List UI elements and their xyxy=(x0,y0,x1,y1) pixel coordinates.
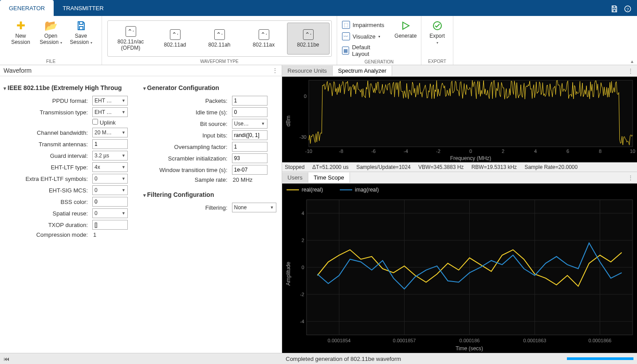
wifi-icon: ⌃· xyxy=(214,29,225,40)
wifi-icon: ⌃· xyxy=(259,29,269,40)
tab-time-scope[interactable]: Time Scope xyxy=(308,172,350,183)
wtype-80211be[interactable]: ⌃·802.11be xyxy=(287,23,330,55)
bss-color-input[interactable] xyxy=(92,197,128,207)
eht-ltf-select[interactable]: 4x▼ xyxy=(92,162,128,172)
impairments-button[interactable]: ⬚Impairments xyxy=(339,20,389,30)
ribbon-collapse-icon[interactable]: ▲ xyxy=(630,59,634,64)
svg-text:-6: -6 xyxy=(371,149,376,154)
sample-rate-value: 20 MHz xyxy=(232,176,253,183)
uplink-checkbox[interactable] xyxy=(92,119,98,125)
panel-menu-icon[interactable]: ⋮ xyxy=(272,67,278,74)
svg-text:0.0001863: 0.0001863 xyxy=(523,338,547,343)
tx-antennas-input[interactable] xyxy=(92,139,128,149)
tx-antennas-label: Transmit antennas: xyxy=(4,141,92,148)
transmission-type-select[interactable]: EHT …▼ xyxy=(92,107,128,117)
guard-label: Guard interval: xyxy=(4,153,92,159)
spectrum-status: Stopped ΔT=51.2000 us Samples/Update=102… xyxy=(282,162,637,172)
export-group-label: EXPORT xyxy=(428,58,446,65)
waveform-type-list: ⌃·802.11n/ac (OFDM)⌃·802.11ad⌃·802.11ah⌃… xyxy=(107,20,332,57)
ppdu-format-select[interactable]: EHT …▼ xyxy=(92,96,128,106)
visualize-icon: 〰 xyxy=(342,32,350,40)
txop-input[interactable] xyxy=(92,220,128,230)
svg-text:Amplitude: Amplitude xyxy=(285,262,291,286)
status-message: Completed generation of 802.11be wavefor… xyxy=(286,356,401,362)
bottom-chart-menu-icon[interactable]: ⋮ xyxy=(624,174,637,181)
idle-input[interactable] xyxy=(232,107,267,117)
sig-mcs-label: EHT-SIG MCS: xyxy=(4,187,92,194)
svg-text:0: 0 xyxy=(469,149,472,154)
filtering-select[interactable]: None▼ xyxy=(232,203,276,212)
save-icon[interactable] xyxy=(609,3,620,16)
wtype-80211ah[interactable]: ⌃·802.11ah xyxy=(198,23,241,55)
channel-bw-label: Channel bandwidth: xyxy=(4,129,92,136)
inputbits-label: Input bits: xyxy=(143,132,232,139)
svg-text:4: 4 xyxy=(534,149,537,154)
sample-rate-label: Sample rate: xyxy=(143,176,232,183)
wifi-icon: ⌃· xyxy=(170,29,181,40)
new-session-button[interactable]: ✚ New Session xyxy=(8,18,34,47)
tab-resource-units[interactable]: Resource Units xyxy=(282,66,333,76)
ieee-section: IEEE 802.11be (Extremely High Throug PPD… xyxy=(4,84,139,345)
default-layout-button[interactable]: ▦Default Layout xyxy=(339,43,389,59)
filtering-label: Filtering: xyxy=(143,204,232,211)
compression-label: Compression mode: xyxy=(4,231,92,238)
time-scope-chart: real(real) imag(real) Amplitude 0.000185… xyxy=(282,184,637,353)
waveform-panel-title: Waveform xyxy=(4,67,31,74)
packets-input[interactable] xyxy=(232,96,267,106)
tab-spectrum-analyzer[interactable]: Spectrum Analyzer xyxy=(333,66,392,76)
inputbits-input[interactable] xyxy=(232,130,267,140)
open-session-button[interactable]: 📂 Open Session ▾ xyxy=(38,18,64,48)
channel-bw-select[interactable]: 20 M…▼ xyxy=(92,128,128,137)
oversampling-label: Oversampling factor: xyxy=(143,144,232,150)
svg-text:imag(real): imag(real) xyxy=(355,187,379,193)
top-tabbar: GENERATOR TRANSMITTER ? xyxy=(0,0,637,16)
oversampling-input[interactable] xyxy=(232,142,267,152)
generator-config-title[interactable]: Generator Configuration xyxy=(143,84,279,91)
ppdu-format-label: PPDU format: xyxy=(4,98,92,104)
svg-text:real(real): real(real) xyxy=(302,187,323,193)
filtering-config-title[interactable]: Filtering Configuration xyxy=(143,191,279,198)
top-chart-menu-icon[interactable]: ⋮ xyxy=(624,67,637,74)
tab-transmitter[interactable]: TRANSMITTER xyxy=(54,0,112,16)
transmission-type-label: Transmission type: xyxy=(4,109,92,116)
txop-label: TXOP duration: xyxy=(4,222,92,228)
layout-icon: ▦ xyxy=(342,47,350,55)
spatial-reuse-select[interactable]: 0▼ xyxy=(92,208,128,218)
svg-text:10: 10 xyxy=(630,149,635,154)
scrambler-input[interactable] xyxy=(232,153,267,163)
sig-mcs-select[interactable]: 0▼ xyxy=(92,185,128,195)
svg-text:2: 2 xyxy=(302,238,304,243)
play-icon xyxy=(400,20,411,32)
spatial-reuse-label: Spatial reuse: xyxy=(4,210,92,217)
generation-group-label: GENERATION xyxy=(365,59,393,65)
guard-select[interactable]: 3.2 µs▼ xyxy=(92,151,128,160)
spectrum-chart: dBm 0 -30 -10-8-6-4-20246810 Frequency (… xyxy=(282,77,637,162)
wtype-80211ax[interactable]: ⌃·802.11ax xyxy=(243,23,285,55)
svg-text:-8: -8 xyxy=(339,149,343,154)
window-input[interactable] xyxy=(232,165,267,175)
export-button[interactable]: Export▾ xyxy=(425,18,450,48)
svg-text:8: 8 xyxy=(599,149,602,154)
bss-color-label: BSS color: xyxy=(4,199,92,205)
wtype-80211ad[interactable]: ⌃·802.11ad xyxy=(154,23,197,55)
wtype-80211nacofdm[interactable]: ⌃·802.11n/ac (OFDM) xyxy=(110,23,152,55)
back-icon[interactable]: ⏮ xyxy=(4,356,9,362)
svg-text:0: 0 xyxy=(302,265,304,270)
svg-text:-4: -4 xyxy=(300,319,304,324)
generate-button[interactable]: Generate xyxy=(392,18,419,41)
tab-users[interactable]: Users xyxy=(282,172,308,183)
floppy-icon xyxy=(76,20,87,32)
ieee-section-title[interactable]: IEEE 802.11be (Extremely High Throug xyxy=(4,84,139,91)
save-session-button[interactable]: Save Session ▾ xyxy=(68,18,94,48)
svg-text:0.000186: 0.000186 xyxy=(460,338,480,343)
tab-generator[interactable]: GENERATOR xyxy=(0,0,54,16)
svg-text:-10: -10 xyxy=(305,149,312,154)
scrambler-label: Scrambler initialization: xyxy=(143,155,232,162)
bitsource-select[interactable]: Use…▼ xyxy=(232,119,267,129)
svg-text:dBm: dBm xyxy=(285,116,291,127)
svg-text:Frequency (MHz): Frequency (MHz) xyxy=(450,155,492,161)
svg-text:2: 2 xyxy=(502,149,504,154)
extra-eht-select[interactable]: 0▼ xyxy=(92,174,128,184)
visualize-button[interactable]: 〰Visualize ▾ xyxy=(339,31,389,42)
help-icon[interactable]: ? xyxy=(622,3,633,16)
